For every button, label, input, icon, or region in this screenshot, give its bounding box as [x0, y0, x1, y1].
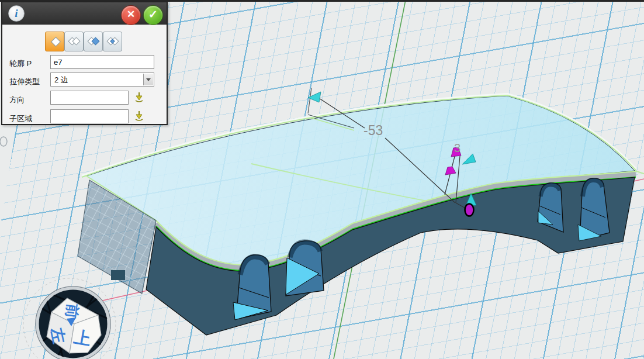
sketch-point-marker	[0, 137, 7, 146]
diamond-intersect-icon	[106, 35, 119, 47]
extrude-type-value: 2 边	[54, 75, 68, 85]
direction-label: 方向	[9, 95, 25, 105]
boolean-add-button[interactable]	[64, 32, 84, 51]
boolean-subtract-button[interactable]	[84, 32, 103, 51]
origin-handle[interactable]	[465, 204, 474, 216]
profile-label: 轮廓 P	[9, 58, 32, 69]
sketch-arc-overhang	[635, 171, 644, 174]
cancel-button[interactable]: ✕	[121, 5, 141, 25]
subregion-label: 子区域	[9, 113, 32, 124]
extrude-type-label: 拉伸类型	[9, 77, 40, 87]
navcube-hotspot[interactable]	[30, 285, 110, 359]
dialog-titlebar[interactable]: i ✕ ✓	[2, 2, 167, 25]
info-icon[interactable]: i	[8, 5, 25, 22]
subregion-input[interactable]	[50, 109, 129, 123]
diamond-base-icon	[49, 35, 61, 47]
dimension-value-label[interactable]: -53	[363, 123, 383, 138]
subregion-pick-icon[interactable]	[133, 110, 145, 122]
boolean-intersect-button[interactable]	[103, 32, 122, 51]
diamond-add-icon	[68, 35, 81, 47]
boolean-base-button[interactable]	[45, 32, 64, 51]
extension-line	[308, 88, 311, 113]
chevron-down-icon[interactable]	[143, 74, 153, 85]
extrude-feature-dialog: i ✕ ✓	[1, 1, 168, 125]
dimension-secondary-label[interactable]: 3	[454, 141, 461, 154]
direction-pick-icon[interactable]	[133, 91, 145, 103]
arch-opening-2	[286, 241, 324, 296]
extrude-type-select[interactable]: 2 边	[50, 73, 154, 87]
confirm-button[interactable]: ✓	[143, 5, 163, 25]
cad-application-window: -53 3 前 左 上 i ✕ ✓	[0, 0, 644, 359]
direction-input[interactable]	[50, 91, 129, 105]
diamond-subtract-icon	[87, 35, 100, 47]
profile-input[interactable]	[50, 55, 154, 69]
hidden-notch	[111, 270, 125, 280]
